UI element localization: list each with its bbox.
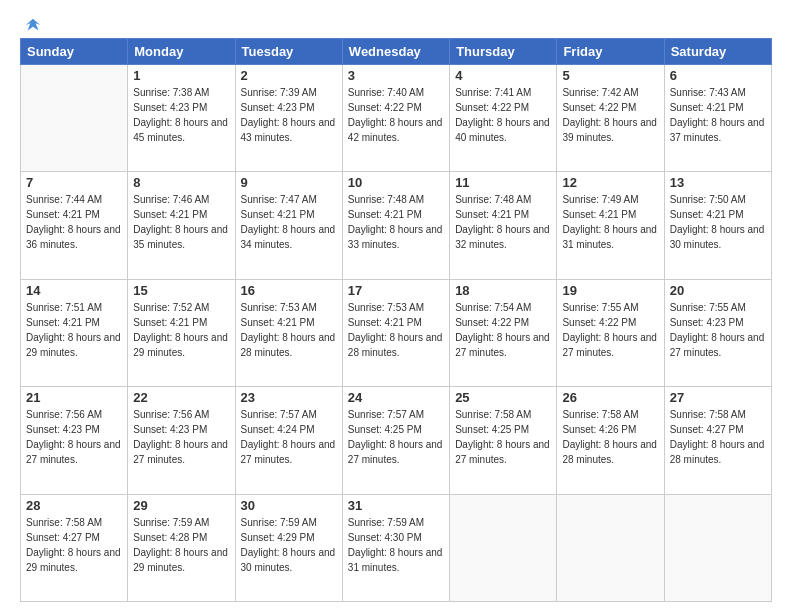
day-number: 13 xyxy=(670,175,766,190)
day-info: Sunrise: 7:57 AMSunset: 4:24 PMDaylight:… xyxy=(241,407,337,467)
day-info: Sunrise: 7:53 AMSunset: 4:21 PMDaylight:… xyxy=(348,300,444,360)
calendar-cell: 23Sunrise: 7:57 AMSunset: 4:24 PMDayligh… xyxy=(235,387,342,494)
calendar-cell: 24Sunrise: 7:57 AMSunset: 4:25 PMDayligh… xyxy=(342,387,449,494)
day-number: 11 xyxy=(455,175,551,190)
day-number: 23 xyxy=(241,390,337,405)
day-info: Sunrise: 7:52 AMSunset: 4:21 PMDaylight:… xyxy=(133,300,229,360)
day-info: Sunrise: 7:44 AMSunset: 4:21 PMDaylight:… xyxy=(26,192,122,252)
calendar-cell xyxy=(664,494,771,601)
day-info: Sunrise: 7:43 AMSunset: 4:21 PMDaylight:… xyxy=(670,85,766,145)
calendar-cell: 21Sunrise: 7:56 AMSunset: 4:23 PMDayligh… xyxy=(21,387,128,494)
day-number: 15 xyxy=(133,283,229,298)
day-info: Sunrise: 7:55 AMSunset: 4:22 PMDaylight:… xyxy=(562,300,658,360)
day-info: Sunrise: 7:53 AMSunset: 4:21 PMDaylight:… xyxy=(241,300,337,360)
logo-bird-icon xyxy=(24,16,42,34)
calendar-cell: 2Sunrise: 7:39 AMSunset: 4:23 PMDaylight… xyxy=(235,65,342,172)
calendar-cell: 12Sunrise: 7:49 AMSunset: 4:21 PMDayligh… xyxy=(557,172,664,279)
day-number: 8 xyxy=(133,175,229,190)
day-number: 2 xyxy=(241,68,337,83)
weekday-header: Sunday xyxy=(21,39,128,65)
day-info: Sunrise: 7:58 AMSunset: 4:27 PMDaylight:… xyxy=(670,407,766,467)
day-number: 17 xyxy=(348,283,444,298)
day-number: 10 xyxy=(348,175,444,190)
calendar-cell: 20Sunrise: 7:55 AMSunset: 4:23 PMDayligh… xyxy=(664,279,771,386)
day-info: Sunrise: 7:39 AMSunset: 4:23 PMDaylight:… xyxy=(241,85,337,145)
weekday-header: Saturday xyxy=(664,39,771,65)
calendar-week-row: 1Sunrise: 7:38 AMSunset: 4:23 PMDaylight… xyxy=(21,65,772,172)
day-info: Sunrise: 7:40 AMSunset: 4:22 PMDaylight:… xyxy=(348,85,444,145)
calendar-cell: 13Sunrise: 7:50 AMSunset: 4:21 PMDayligh… xyxy=(664,172,771,279)
svg-marker-0 xyxy=(26,19,40,31)
calendar-cell: 28Sunrise: 7:58 AMSunset: 4:27 PMDayligh… xyxy=(21,494,128,601)
calendar-cell: 14Sunrise: 7:51 AMSunset: 4:21 PMDayligh… xyxy=(21,279,128,386)
day-number: 18 xyxy=(455,283,551,298)
calendar-cell: 11Sunrise: 7:48 AMSunset: 4:21 PMDayligh… xyxy=(450,172,557,279)
day-number: 1 xyxy=(133,68,229,83)
day-number: 26 xyxy=(562,390,658,405)
day-info: Sunrise: 7:54 AMSunset: 4:22 PMDaylight:… xyxy=(455,300,551,360)
day-info: Sunrise: 7:48 AMSunset: 4:21 PMDaylight:… xyxy=(455,192,551,252)
calendar-cell: 7Sunrise: 7:44 AMSunset: 4:21 PMDaylight… xyxy=(21,172,128,279)
day-number: 7 xyxy=(26,175,122,190)
calendar-cell xyxy=(557,494,664,601)
calendar-cell xyxy=(450,494,557,601)
calendar-cell: 10Sunrise: 7:48 AMSunset: 4:21 PMDayligh… xyxy=(342,172,449,279)
day-info: Sunrise: 7:59 AMSunset: 4:28 PMDaylight:… xyxy=(133,515,229,575)
day-info: Sunrise: 7:48 AMSunset: 4:21 PMDaylight:… xyxy=(348,192,444,252)
page: SundayMondayTuesdayWednesdayThursdayFrid… xyxy=(0,0,792,612)
calendar-week-row: 14Sunrise: 7:51 AMSunset: 4:21 PMDayligh… xyxy=(21,279,772,386)
day-number: 12 xyxy=(562,175,658,190)
day-number: 31 xyxy=(348,498,444,513)
calendar-week-row: 7Sunrise: 7:44 AMSunset: 4:21 PMDaylight… xyxy=(21,172,772,279)
day-number: 19 xyxy=(562,283,658,298)
day-info: Sunrise: 7:59 AMSunset: 4:30 PMDaylight:… xyxy=(348,515,444,575)
day-number: 6 xyxy=(670,68,766,83)
day-number: 4 xyxy=(455,68,551,83)
weekday-header: Tuesday xyxy=(235,39,342,65)
day-info: Sunrise: 7:41 AMSunset: 4:22 PMDaylight:… xyxy=(455,85,551,145)
calendar-cell: 22Sunrise: 7:56 AMSunset: 4:23 PMDayligh… xyxy=(128,387,235,494)
calendar-cell: 4Sunrise: 7:41 AMSunset: 4:22 PMDaylight… xyxy=(450,65,557,172)
day-number: 14 xyxy=(26,283,122,298)
calendar-cell: 15Sunrise: 7:52 AMSunset: 4:21 PMDayligh… xyxy=(128,279,235,386)
weekday-header: Thursday xyxy=(450,39,557,65)
calendar-cell: 30Sunrise: 7:59 AMSunset: 4:29 PMDayligh… xyxy=(235,494,342,601)
day-number: 22 xyxy=(133,390,229,405)
day-number: 29 xyxy=(133,498,229,513)
day-info: Sunrise: 7:58 AMSunset: 4:27 PMDaylight:… xyxy=(26,515,122,575)
calendar-header-row: SundayMondayTuesdayWednesdayThursdayFrid… xyxy=(21,39,772,65)
calendar-cell: 1Sunrise: 7:38 AMSunset: 4:23 PMDaylight… xyxy=(128,65,235,172)
header xyxy=(20,16,772,30)
calendar-week-row: 28Sunrise: 7:58 AMSunset: 4:27 PMDayligh… xyxy=(21,494,772,601)
day-number: 21 xyxy=(26,390,122,405)
calendar-cell: 19Sunrise: 7:55 AMSunset: 4:22 PMDayligh… xyxy=(557,279,664,386)
calendar-cell: 27Sunrise: 7:58 AMSunset: 4:27 PMDayligh… xyxy=(664,387,771,494)
calendar-cell: 16Sunrise: 7:53 AMSunset: 4:21 PMDayligh… xyxy=(235,279,342,386)
day-number: 25 xyxy=(455,390,551,405)
calendar-cell: 26Sunrise: 7:58 AMSunset: 4:26 PMDayligh… xyxy=(557,387,664,494)
day-info: Sunrise: 7:56 AMSunset: 4:23 PMDaylight:… xyxy=(133,407,229,467)
day-number: 27 xyxy=(670,390,766,405)
day-info: Sunrise: 7:38 AMSunset: 4:23 PMDaylight:… xyxy=(133,85,229,145)
day-number: 3 xyxy=(348,68,444,83)
day-number: 16 xyxy=(241,283,337,298)
day-number: 28 xyxy=(26,498,122,513)
weekday-header: Friday xyxy=(557,39,664,65)
calendar-cell: 9Sunrise: 7:47 AMSunset: 4:21 PMDaylight… xyxy=(235,172,342,279)
day-number: 20 xyxy=(670,283,766,298)
day-number: 5 xyxy=(562,68,658,83)
calendar-cell: 29Sunrise: 7:59 AMSunset: 4:28 PMDayligh… xyxy=(128,494,235,601)
day-info: Sunrise: 7:47 AMSunset: 4:21 PMDaylight:… xyxy=(241,192,337,252)
day-info: Sunrise: 7:56 AMSunset: 4:23 PMDaylight:… xyxy=(26,407,122,467)
calendar-cell xyxy=(21,65,128,172)
calendar-cell: 6Sunrise: 7:43 AMSunset: 4:21 PMDaylight… xyxy=(664,65,771,172)
day-info: Sunrise: 7:49 AMSunset: 4:21 PMDaylight:… xyxy=(562,192,658,252)
calendar-cell: 18Sunrise: 7:54 AMSunset: 4:22 PMDayligh… xyxy=(450,279,557,386)
day-info: Sunrise: 7:58 AMSunset: 4:26 PMDaylight:… xyxy=(562,407,658,467)
calendar-cell: 3Sunrise: 7:40 AMSunset: 4:22 PMDaylight… xyxy=(342,65,449,172)
day-info: Sunrise: 7:42 AMSunset: 4:22 PMDaylight:… xyxy=(562,85,658,145)
day-info: Sunrise: 7:51 AMSunset: 4:21 PMDaylight:… xyxy=(26,300,122,360)
weekday-header: Monday xyxy=(128,39,235,65)
day-info: Sunrise: 7:55 AMSunset: 4:23 PMDaylight:… xyxy=(670,300,766,360)
day-info: Sunrise: 7:58 AMSunset: 4:25 PMDaylight:… xyxy=(455,407,551,467)
